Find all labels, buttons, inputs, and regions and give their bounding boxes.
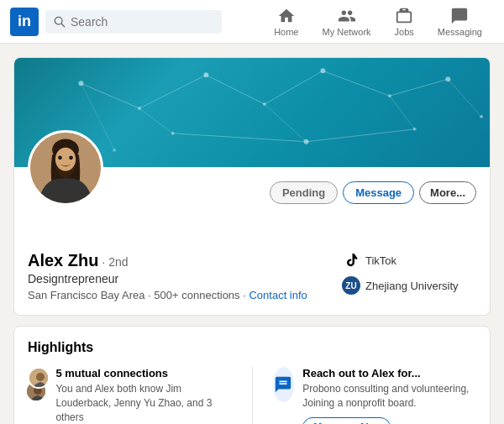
profile-name: Alex Zhu <box>28 251 98 270</box>
mutual-avatars <box>28 367 47 402</box>
svg-line-15 <box>139 75 206 108</box>
svg-point-32 <box>69 156 73 160</box>
more-button[interactable]: More... <box>419 181 476 204</box>
svg-line-21 <box>307 129 415 142</box>
nav-messaging[interactable]: Messaging <box>426 0 494 44</box>
svg-line-17 <box>265 71 323 104</box>
reachout-label: Reach out to Alex for... <box>302 367 476 380</box>
svg-line-24 <box>390 96 415 129</box>
svg-line-23 <box>265 104 307 142</box>
mutual-content: 5 mutual connections You and Alex both k… <box>55 367 231 424</box>
profile-left: Alex Zhu · 2nd Designtrepreneur San Fran… <box>28 251 307 301</box>
profile-card: Pending Message More... Alex Zhu · 2nd D… <box>13 57 491 316</box>
svg-line-19 <box>390 79 449 96</box>
mutual-label: 5 mutual connections <box>55 367 231 380</box>
profile-degree: · 2nd <box>102 255 128 269</box>
pending-button[interactable]: Pending <box>270 181 338 204</box>
profile-title: Designtrepreneur <box>28 272 307 285</box>
nav-jobs[interactable]: Jobs <box>383 0 426 44</box>
highlights-divider <box>252 367 253 424</box>
profile-location: San Francisco Bay Area · 500+ connection… <box>28 289 307 301</box>
highlight-reachout: Reach out to Alex for... Probono consult… <box>273 367 477 424</box>
svg-point-31 <box>58 156 62 160</box>
svg-point-30 <box>55 148 76 171</box>
chat-svg <box>274 375 292 394</box>
svg-line-1 <box>61 24 65 27</box>
profile-main: Alex Zhu · 2nd Designtrepreneur San Fran… <box>28 209 476 301</box>
search-input[interactable] <box>71 15 213 29</box>
home-icon <box>277 7 296 25</box>
avatar-wrapper <box>28 130 103 206</box>
avatar <box>28 130 103 206</box>
search-icon <box>54 16 66 28</box>
highlights-title: Highlights <box>28 340 476 355</box>
jobs-icon <box>395 7 413 25</box>
reachout-desc: Probono consulting and volunteering, Joi… <box>302 382 476 411</box>
university-label: Zhejiang University <box>365 280 459 292</box>
highlights-card: Highlights <box>13 326 491 424</box>
reachout-content: Reach out to Alex for... Probono consult… <box>302 367 476 424</box>
svg-line-22 <box>139 108 173 133</box>
svg-line-25 <box>448 79 481 117</box>
svg-line-20 <box>173 133 307 142</box>
mutual-avatar-1-img <box>29 369 50 389</box>
nav-my-network[interactable]: My Network <box>310 0 382 44</box>
messaging-icon <box>450 7 469 25</box>
highlight-mutual: 5 mutual connections You and Alex both k… <box>28 367 232 424</box>
search-bar[interactable] <box>45 10 222 34</box>
svg-point-6 <box>320 68 325 73</box>
university-link[interactable]: ZU Zhejiang University <box>342 276 459 295</box>
university-icon: ZU <box>342 276 360 295</box>
tiktok-label: TikTok <box>365 254 396 267</box>
message-button[interactable]: Message <box>343 181 414 204</box>
svg-point-34 <box>36 373 45 381</box>
mutual-desc: You and Alex both know Jim Louderback, J… <box>55 382 231 424</box>
svg-line-18 <box>323 71 389 96</box>
main-nav: Home My Network Jobs Messaging <box>262 0 494 44</box>
navbar: in Home My Network Jobs <box>0 0 504 44</box>
highlights-grid: 5 mutual connections You and Alex both k… <box>28 367 476 424</box>
tiktok-icon <box>342 251 360 270</box>
avatar-image <box>30 130 101 206</box>
tiktok-svg <box>344 253 359 268</box>
svg-line-14 <box>81 83 139 108</box>
linkedin-logo[interactable]: in <box>10 8 39 36</box>
message-alex-button[interactable]: Message Alex <box>302 417 391 424</box>
svg-line-16 <box>206 75 265 104</box>
profile-right: TikTok ZU Zhejiang University <box>342 251 476 295</box>
tiktok-link[interactable]: TikTok <box>342 251 396 270</box>
profile-name-row: Alex Zhu · 2nd <box>28 251 307 270</box>
nav-home[interactable]: Home <box>262 0 310 44</box>
contact-info-link[interactable]: Contact info <box>249 289 307 301</box>
profile-info-area: Pending Message More... Alex Zhu · 2nd D… <box>14 167 490 315</box>
network-icon <box>338 7 356 25</box>
main-content: Pending Message More... Alex Zhu · 2nd D… <box>0 57 504 424</box>
mutual-avatar-1 <box>28 367 50 389</box>
chat-icon <box>273 367 295 402</box>
